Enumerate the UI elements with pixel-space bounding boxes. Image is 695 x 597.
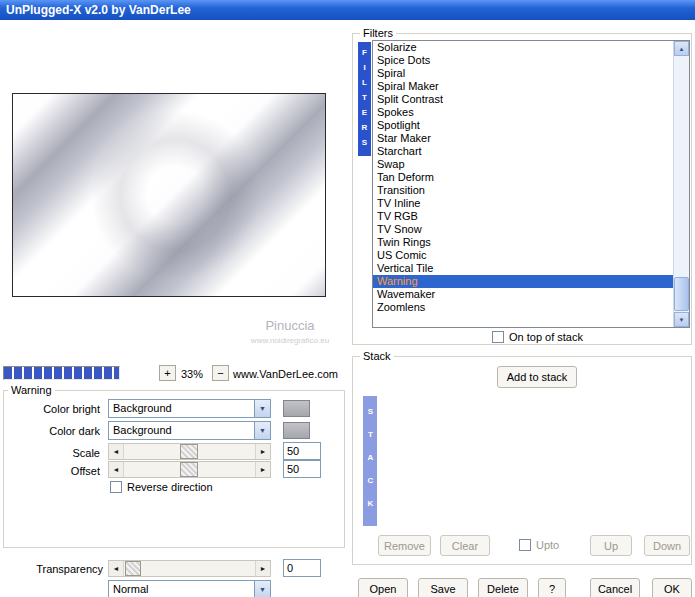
on-top-of-stack-label: On top of stack (509, 331, 583, 343)
filter-item[interactable]: Wavemaker (373, 288, 673, 301)
filter-item[interactable]: TV Snow (373, 223, 673, 236)
color-bright-value: Background (109, 400, 254, 417)
filter-item[interactable]: Spiral (373, 67, 673, 80)
chevron-down-icon[interactable]: ▼ (254, 581, 270, 597)
arrow-right-icon[interactable]: ► (255, 444, 270, 459)
blend-mode-value: Normal (109, 581, 254, 597)
delete-button[interactable]: Delete (478, 578, 528, 597)
filter-item[interactable]: Warning (373, 275, 673, 288)
upto-checkbox[interactable] (519, 539, 531, 551)
filter-item[interactable]: Starchart (373, 145, 673, 158)
filter-item[interactable]: Twin Rings (373, 236, 673, 249)
filter-item[interactable]: Transition (373, 184, 673, 197)
color-dark-swatch[interactable] (283, 422, 310, 439)
add-to-stack-button[interactable]: Add to stack (497, 366, 577, 388)
filter-item[interactable]: Spokes (373, 106, 673, 119)
stack-group-label: Stack (360, 350, 394, 362)
blend-mode-dropdown[interactable]: Normal ▼ (108, 580, 271, 597)
filter-item[interactable]: Tan Deform (373, 171, 673, 184)
filter-item[interactable]: TV Inline (373, 197, 673, 210)
color-dark-dropdown[interactable]: Background ▼ (108, 421, 271, 440)
chevron-down-icon[interactable]: ▼ (254, 422, 270, 439)
scale-slider-thumb[interactable] (180, 444, 198, 459)
arrow-right-icon[interactable]: ► (255, 462, 270, 477)
offset-value-input[interactable] (283, 460, 321, 478)
zoom-in-button[interactable]: + (159, 365, 176, 381)
ok-button[interactable]: OK (652, 578, 692, 597)
filter-item[interactable]: Zoomlens (373, 301, 673, 314)
arrow-left-icon[interactable]: ◄ (109, 444, 124, 459)
transparency-slider-track[interactable] (124, 561, 255, 576)
up-button[interactable]: Up (590, 535, 632, 556)
filter-item[interactable]: Solarize (373, 41, 673, 54)
zoom-out-button[interactable]: − (212, 365, 229, 381)
offset-slider[interactable]: ◄ ► (108, 461, 271, 478)
filter-item[interactable]: TV RGB (373, 210, 673, 223)
color-dark-value: Background (109, 422, 254, 439)
arrow-left-icon[interactable]: ◄ (109, 561, 124, 576)
chevron-down-icon[interactable]: ▼ (254, 400, 270, 417)
save-button[interactable]: Save (418, 578, 468, 597)
scroll-down-icon[interactable]: ▼ (674, 312, 689, 327)
filters-vertical-banner: FILTERS (358, 42, 371, 156)
filter-item[interactable]: Swap (373, 158, 673, 171)
stack-vertical-banner: STACK (363, 396, 377, 526)
filter-item[interactable]: Spotlight (373, 119, 673, 132)
settings-group-label: Warning (8, 384, 55, 396)
clear-button[interactable]: Clear (440, 535, 490, 556)
transparency-label: Transparency (8, 563, 103, 575)
remove-button[interactable]: Remove (378, 535, 431, 556)
filter-item[interactable]: Vertical Tile (373, 262, 673, 275)
color-bright-label: Color bright (8, 403, 100, 415)
color-bright-swatch[interactable] (283, 400, 310, 417)
arrow-left-icon[interactable]: ◄ (109, 462, 124, 477)
on-top-of-stack-checkbox[interactable] (492, 331, 504, 343)
filters-group-label: Filters (360, 27, 396, 39)
transparency-slider-thumb[interactable] (125, 561, 141, 576)
open-button[interactable]: Open (358, 578, 408, 597)
arrow-right-icon[interactable]: ► (255, 561, 270, 576)
filters-list-box: SolarizeSpice DotsSpiralSpiral MakerSpli… (372, 40, 690, 328)
upto-label: Upto (536, 539, 559, 551)
scrollbar-thumb[interactable] (674, 277, 689, 311)
filters-scrollbar[interactable]: ▲ ▼ (673, 41, 689, 327)
filter-item[interactable]: US Comic (373, 249, 673, 262)
color-dark-label: Color dark (8, 425, 100, 437)
scale-slider[interactable]: ◄ ► (108, 443, 271, 460)
window-title: UnPlugged-X v2.0 by VanDerLee (6, 3, 191, 17)
cancel-button[interactable]: Cancel (590, 578, 640, 597)
window-titlebar[interactable]: UnPlugged-X v2.0 by VanDerLee (0, 0, 695, 20)
transparency-value-input[interactable] (283, 559, 321, 577)
filter-item[interactable]: Star Maker (373, 132, 673, 145)
zoom-level: 33% (181, 368, 211, 380)
scroll-up-icon[interactable]: ▲ (674, 41, 689, 56)
offset-label: Offset (8, 465, 100, 477)
unplugged-x-dialog: UnPlugged-X v2.0 by VanDerLee Pinuccia w… (0, 0, 695, 597)
transparency-slider[interactable]: ◄ ► (108, 560, 271, 577)
render-progress-bar (3, 366, 120, 380)
vanderlee-link[interactable]: www.VanDerLee.com (230, 368, 338, 380)
reverse-direction-label: Reverse direction (127, 481, 213, 493)
reverse-direction-checkbox[interactable] (110, 481, 122, 493)
watermark-text: Pinuccia (240, 318, 340, 333)
offset-slider-track[interactable] (124, 462, 255, 477)
offset-slider-thumb[interactable] (180, 462, 198, 477)
filter-item[interactable]: Split Contrast (373, 93, 673, 106)
filter-item[interactable]: Spiral Maker (373, 80, 673, 93)
color-bright-dropdown[interactable]: Background ▼ (108, 399, 271, 418)
scale-slider-track[interactable] (124, 444, 255, 459)
scale-value-input[interactable] (283, 442, 321, 460)
help-button[interactable]: ? (538, 578, 566, 597)
filter-preview (12, 93, 326, 297)
scale-label: Scale (8, 447, 100, 459)
filters-list[interactable]: SolarizeSpice DotsSpiralSpiral MakerSpli… (373, 41, 673, 327)
watermark-url: www.noidiregrafico.eu (228, 336, 352, 345)
filter-item[interactable]: Spice Dots (373, 54, 673, 67)
down-button[interactable]: Down (644, 535, 690, 556)
